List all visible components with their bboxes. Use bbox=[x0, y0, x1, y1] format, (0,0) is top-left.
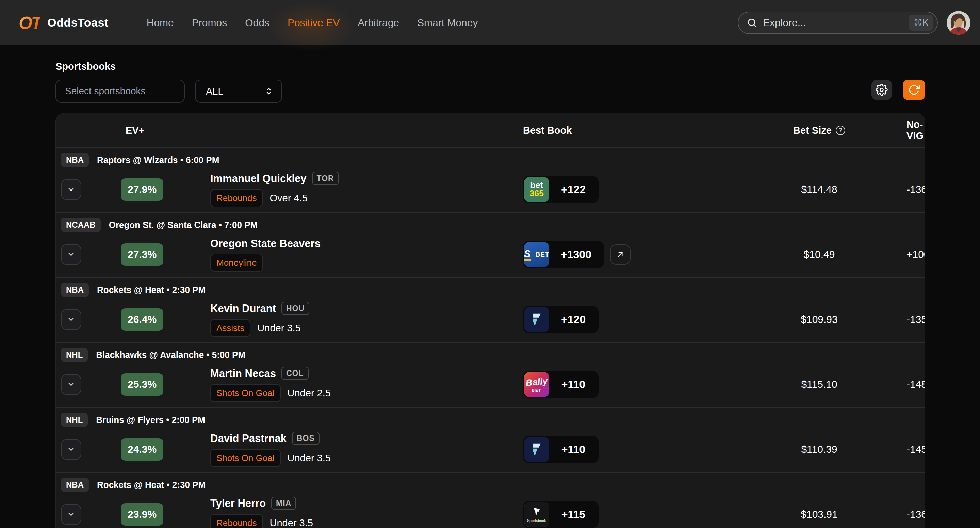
player-name: Tyler Herro bbox=[210, 498, 266, 510]
game-header: NHL Bruins @ Flyers • 2:00 PM bbox=[56, 407, 925, 426]
chevron-down-icon bbox=[67, 380, 76, 389]
settings-button[interactable] bbox=[872, 80, 892, 100]
column-header-no-vig: No-VIG bbox=[872, 119, 925, 142]
game-header: NBA Raptors @ Wizards • 6:00 PM bbox=[56, 148, 925, 167]
thescore-bet-logo-icon: SBET bbox=[524, 242, 549, 267]
ev-row: 27.9% Immanuel QuickleyTOR ReboundsOver … bbox=[56, 167, 925, 212]
ev-percent-badge: 24.3% bbox=[121, 438, 163, 461]
help-icon[interactable]: ? bbox=[836, 126, 845, 135]
no-vig-value: -135 bbox=[872, 314, 925, 325]
user-avatar[interactable] bbox=[947, 11, 970, 35]
column-header-best-book: Best Book bbox=[523, 125, 766, 136]
best-book-odds-pill[interactable]: BallyBET +110 bbox=[523, 371, 598, 398]
best-book-odds-pill[interactable]: bet365 +122 bbox=[523, 176, 598, 203]
sportsbook-select-input[interactable] bbox=[56, 80, 185, 103]
ev-row-group: NBA Rockets @ Heat • 2:30 PM 26.4% Kevin… bbox=[56, 277, 925, 342]
chevron-down-icon bbox=[67, 445, 76, 454]
player-name: Kevin Durant bbox=[210, 302, 276, 315]
expand-row-button[interactable] bbox=[61, 244, 81, 265]
line-text: Under 3.5 bbox=[288, 452, 331, 464]
ev-row-group: NHL Bruins @ Flyers • 2:00 PM 24.3% Davi… bbox=[56, 407, 925, 472]
game-title: Oregon St. @ Santa Clara • 7:00 PM bbox=[109, 220, 258, 230]
ev-percent-badge: 25.3% bbox=[121, 373, 163, 396]
odds-value: +115 bbox=[549, 508, 598, 521]
best-book-odds-pill[interactable]: +120 bbox=[523, 306, 598, 333]
team-badge: COL bbox=[282, 367, 309, 380]
nav-item-odds[interactable]: Odds bbox=[245, 17, 269, 29]
ev-row-group: NHL Blackhawks @ Avalanche • 5:00 PM 25.… bbox=[56, 342, 925, 407]
market-chip: Rebounds bbox=[210, 514, 263, 528]
bet-size-value: $109.93 bbox=[766, 314, 872, 325]
game-title: Raptors @ Wizards • 6:00 PM bbox=[97, 155, 219, 165]
market-chip: Shots On Goal bbox=[210, 384, 281, 402]
game-header: NCAAB Oregon St. @ Santa Clara • 7:00 PM bbox=[56, 213, 925, 232]
expand-row-button[interactable] bbox=[61, 439, 81, 460]
odds-value: +122 bbox=[549, 183, 598, 196]
sportsbooks-label: Sportsbooks bbox=[56, 61, 925, 72]
team-name: Oregon State Beavers bbox=[210, 237, 321, 250]
line-text: Over 4.5 bbox=[270, 192, 308, 204]
odds-value: +110 bbox=[549, 378, 598, 391]
bally-bet-logo-icon: BallyBET bbox=[524, 372, 549, 397]
fliff-logo-icon bbox=[524, 437, 549, 462]
fanatics-logo-label: Sportsbook bbox=[527, 519, 546, 523]
game-header: NBA Rockets @ Heat • 2:30 PM bbox=[56, 472, 925, 491]
best-book-odds-pill[interactable]: +110 bbox=[523, 436, 598, 463]
league-dropdown-value: ALL bbox=[206, 86, 224, 97]
team-badge: BOS bbox=[292, 432, 320, 445]
nav-item-positive-ev[interactable]: Positive EV bbox=[288, 17, 340, 29]
chevron-down-icon bbox=[67, 510, 76, 519]
nav-item-arbitrage[interactable]: Arbitrage bbox=[358, 17, 399, 29]
chevron-down-icon bbox=[67, 315, 76, 324]
game-title: Rockets @ Heat • 2:30 PM bbox=[97, 285, 205, 295]
bet-size-value: $103.91 bbox=[766, 509, 872, 520]
nav-item-home[interactable]: Home bbox=[147, 17, 174, 29]
arrow-up-right-icon bbox=[616, 250, 625, 259]
nav-item-promos[interactable]: Promos bbox=[192, 17, 227, 29]
odds-value: +120 bbox=[549, 313, 598, 326]
bet365-logo-number: 365 bbox=[530, 189, 544, 198]
search-input[interactable] bbox=[763, 17, 904, 29]
best-book-odds-pill[interactable]: Sportsbook +115 bbox=[523, 501, 598, 528]
ev-row: 26.4% Kevin DurantHOU AssistsUnder 3.5 +… bbox=[56, 297, 925, 342]
ev-percent-badge: 27.3% bbox=[121, 243, 163, 266]
ev-row-group: NCAAB Oregon St. @ Santa Clara • 7:00 PM… bbox=[56, 212, 925, 277]
league-badge: NHL bbox=[61, 348, 88, 362]
expand-row-button[interactable] bbox=[61, 179, 81, 200]
expand-row-button[interactable] bbox=[61, 309, 81, 330]
chevron-down-icon bbox=[67, 250, 76, 259]
league-badge: NCAAB bbox=[61, 218, 101, 232]
search-icon bbox=[746, 17, 757, 28]
bally-logo-text: Bally bbox=[525, 375, 548, 388]
refresh-button[interactable] bbox=[903, 80, 925, 100]
team-badge: MIA bbox=[271, 497, 296, 510]
expand-row-button[interactable] bbox=[61, 504, 81, 525]
column-header-bet-size: Bet Size ? bbox=[766, 125, 872, 136]
ev-row: 24.3% David PastrnakBOS Shots On GoalUnd… bbox=[56, 426, 925, 472]
game-header: NBA Rockets @ Heat • 2:30 PM bbox=[56, 278, 925, 297]
player-name: Martin Necas bbox=[210, 367, 276, 380]
league-dropdown[interactable]: ALL bbox=[195, 80, 282, 103]
bet-size-value: $110.39 bbox=[766, 444, 872, 455]
ev-row: 27.3% Oregon State Beavers Moneyline SBE… bbox=[56, 232, 925, 277]
market-chip: Moneyline bbox=[210, 254, 263, 272]
no-vig-value: +1000 bbox=[872, 249, 925, 260]
market-chip: Rebounds bbox=[210, 189, 263, 207]
thescore-logo-label: BET bbox=[536, 251, 549, 258]
nav-item-smart-money[interactable]: Smart Money bbox=[417, 17, 478, 29]
game-header: NHL Blackhawks @ Avalanche • 5:00 PM bbox=[56, 343, 925, 362]
chevron-down-icon bbox=[67, 185, 76, 194]
team-badge: TOR bbox=[312, 172, 339, 185]
brand[interactable]: OT OddsToast bbox=[19, 13, 108, 33]
fliff-logo-icon bbox=[524, 307, 549, 332]
main-nav: Home Promos Odds Positive EV Arbitrage S… bbox=[147, 17, 478, 29]
no-vig-value: -136 bbox=[872, 184, 925, 195]
best-book-odds-pill[interactable]: SBET +1300 bbox=[523, 241, 604, 268]
expand-row-button[interactable] bbox=[61, 374, 81, 395]
fanatics-sportsbook-logo-icon: Sportsbook bbox=[524, 502, 549, 527]
no-vig-value: -145 bbox=[872, 444, 925, 455]
thescore-logo-letter: S bbox=[524, 249, 531, 261]
ev-row-group: NBA Raptors @ Wizards • 6:00 PM 27.9% Im… bbox=[56, 147, 925, 212]
search-bar[interactable]: ⌘K bbox=[738, 11, 938, 34]
open-book-link-button[interactable] bbox=[610, 244, 630, 265]
